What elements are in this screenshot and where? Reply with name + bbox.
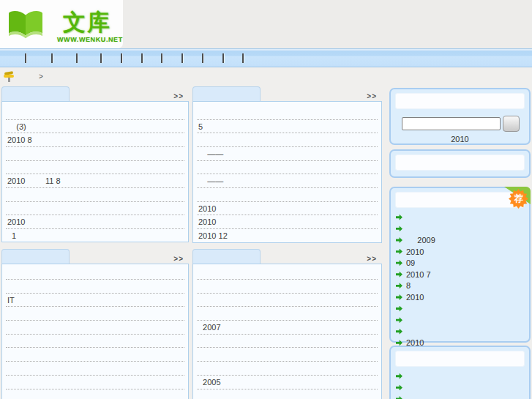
article-link[interactable] bbox=[6, 389, 184, 399]
article-link[interactable] bbox=[6, 102, 184, 120]
article-link[interactable] bbox=[197, 389, 378, 399]
recommend-link[interactable] bbox=[391, 212, 529, 223]
sidebar-bottom-title-bar bbox=[395, 351, 525, 367]
recommend-link[interactable]: 2010 7 bbox=[391, 269, 529, 280]
home-icon[interactable] bbox=[4, 71, 15, 82]
nav-separator bbox=[141, 53, 143, 63]
article-list: 5 —— ——201020102010 12 bbox=[193, 102, 381, 243]
article-link[interactable] bbox=[6, 362, 184, 376]
more-link[interactable]: >> bbox=[367, 92, 377, 100]
logo[interactable]: 文库 WWW.WENKU.NET bbox=[0, 0, 123, 48]
article-link[interactable] bbox=[6, 161, 184, 175]
article-link[interactable]: 2010 bbox=[197, 202, 378, 216]
recommend-list: 20092010092010 7820102010 bbox=[391, 212, 529, 348]
bottom-link[interactable] bbox=[391, 382, 529, 394]
article-link[interactable] bbox=[197, 348, 378, 362]
article-link[interactable]: 1 bbox=[6, 229, 184, 242]
hot-keyword-link[interactable]: 2010 bbox=[391, 135, 529, 143]
nav-separator bbox=[161, 53, 162, 63]
article-link[interactable]: —— bbox=[197, 147, 378, 161]
arrow-bullet-icon bbox=[396, 249, 402, 255]
recommend-link[interactable] bbox=[391, 326, 529, 338]
panel-top-left: >> (3)2010 82010 11 82010 1 bbox=[1, 86, 189, 242]
article-link[interactable] bbox=[197, 280, 378, 294]
article-link[interactable] bbox=[6, 321, 184, 335]
article-link[interactable] bbox=[197, 335, 378, 348]
recommend-link[interactable]: 8 bbox=[391, 280, 529, 292]
article-link[interactable] bbox=[197, 161, 378, 175]
article-link[interactable] bbox=[6, 264, 184, 280]
article-link[interactable] bbox=[197, 264, 378, 280]
nav-separator bbox=[181, 53, 183, 63]
article-link[interactable] bbox=[197, 307, 378, 321]
recommend-link[interactable]: 2009 bbox=[391, 234, 529, 246]
recommend-link[interactable]: 2010 bbox=[391, 246, 529, 258]
recommend-link[interactable]: 09 bbox=[391, 257, 529, 269]
main-nav[interactable] bbox=[0, 48, 532, 67]
panel-body: 5 —— ——201020102010 12 bbox=[192, 101, 382, 243]
article-link[interactable]: 2010 8 bbox=[6, 133, 184, 147]
arrow-bullet-icon bbox=[396, 384, 402, 390]
article-link[interactable] bbox=[6, 188, 184, 202]
article-link[interactable]: 2010 11 8 bbox=[6, 174, 184, 188]
bottom-list bbox=[391, 370, 529, 399]
nav-separator bbox=[202, 53, 203, 63]
article-link[interactable] bbox=[6, 147, 184, 161]
article-link[interactable]: 2007 bbox=[197, 321, 378, 335]
article-link[interactable] bbox=[197, 102, 378, 120]
sidebar-search-title-bar bbox=[395, 93, 525, 109]
recommend-link[interactable] bbox=[391, 314, 529, 326]
site-url: WWW.WENKU.NET bbox=[57, 36, 123, 43]
article-list: 2007 2005 bbox=[193, 264, 381, 399]
item-label: 2009 bbox=[406, 236, 435, 245]
more-link[interactable]: >> bbox=[173, 255, 184, 263]
article-link[interactable] bbox=[6, 335, 184, 348]
article-link[interactable]: IT bbox=[6, 294, 184, 307]
article-link[interactable] bbox=[6, 280, 184, 294]
article-link[interactable] bbox=[197, 362, 378, 376]
nav-separator bbox=[100, 53, 102, 63]
item-label: 2010 bbox=[406, 247, 424, 256]
nav-separator bbox=[51, 53, 53, 63]
article-link[interactable] bbox=[6, 348, 184, 362]
more-link[interactable]: >> bbox=[173, 92, 184, 100]
site-title: 文库 bbox=[63, 7, 111, 38]
more-link[interactable]: >> bbox=[367, 255, 377, 263]
article-link[interactable]: —— bbox=[197, 174, 378, 188]
bottom-link[interactable] bbox=[391, 393, 529, 399]
article-link[interactable] bbox=[6, 202, 184, 216]
header: 文库 WWW.WENKU.NET bbox=[0, 0, 532, 48]
arrow-bullet-icon bbox=[396, 225, 402, 231]
recommend-link[interactable] bbox=[391, 303, 529, 315]
arrow-bullet-icon bbox=[396, 294, 402, 300]
article-link[interactable] bbox=[197, 294, 378, 307]
page: 文库 WWW.WENKU.NET > >> (3)2010 82010 11 8… bbox=[0, 0, 532, 399]
article-link[interactable] bbox=[197, 188, 378, 202]
item-label: 8 bbox=[406, 281, 411, 290]
article-link[interactable] bbox=[6, 307, 184, 321]
article-link[interactable]: 2010 12 bbox=[197, 229, 378, 243]
article-link[interactable] bbox=[6, 376, 184, 389]
search-button[interactable] bbox=[503, 116, 520, 132]
article-link[interactable]: 2010 bbox=[197, 215, 378, 229]
item-label: 2010 7 bbox=[406, 270, 431, 279]
arrow-bullet-icon bbox=[396, 317, 402, 323]
article-link[interactable]: 2010 bbox=[6, 215, 184, 229]
panel-top-right-tab[interactable] bbox=[192, 86, 261, 102]
arrow-bullet-icon bbox=[396, 237, 402, 243]
panel-top-left-tab[interactable] bbox=[1, 86, 70, 102]
article-link[interactable]: 5 bbox=[197, 120, 378, 134]
sidebar-search-box: 2010 bbox=[389, 88, 531, 145]
search-input[interactable] bbox=[402, 117, 501, 130]
arrow-bullet-icon bbox=[396, 329, 402, 335]
article-link[interactable]: (3) bbox=[6, 120, 184, 134]
recommend-link[interactable] bbox=[391, 223, 529, 235]
article-link[interactable]: 2005 bbox=[197, 376, 378, 389]
article-link[interactable] bbox=[197, 133, 378, 147]
panel-bottom-middle-tab[interactable] bbox=[192, 249, 261, 264]
panel-bottom-left-tab[interactable] bbox=[1, 249, 70, 264]
recommend-link[interactable]: 2010 bbox=[391, 291, 529, 303]
panel-body: 2007 2005 bbox=[192, 264, 382, 399]
bottom-link[interactable] bbox=[391, 370, 529, 382]
nav-separator bbox=[222, 53, 224, 63]
